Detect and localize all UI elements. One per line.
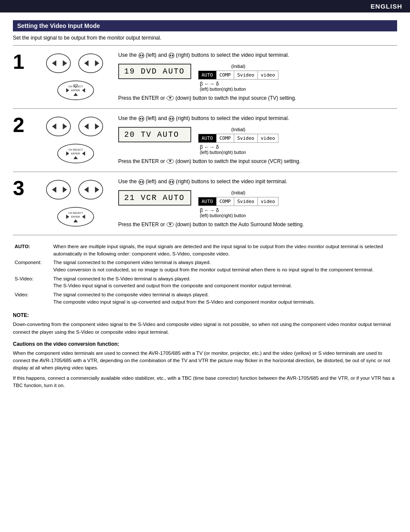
ch-select-icon-2: CH SELECT ENTER xyxy=(54,142,97,166)
sel-auto-2[interactable]: AUTO xyxy=(199,134,217,142)
svg-marker-10 xyxy=(66,88,69,92)
sel-comp-1[interactable]: COMP xyxy=(217,71,235,79)
selector-area-3: (Initial) AUTO COMP Svideo video β ← → δ xyxy=(198,190,278,218)
svg-marker-42 xyxy=(52,187,56,193)
sel-auto-3[interactable]: AUTO xyxy=(199,197,217,206)
left-btn-label-3: (left) button xyxy=(200,213,222,218)
selector-buttons-3: AUTO COMP Svideo video xyxy=(198,197,278,206)
lcd-display-3: 21 VCR AUTO xyxy=(118,190,191,206)
arrow-row-3: β ← → δ xyxy=(198,207,220,213)
svg-marker-52 xyxy=(82,215,85,219)
note-text-auto: When there are multiple input signals, t… xyxy=(52,242,397,258)
sel-video-2[interactable]: video xyxy=(258,134,278,142)
page-content: Setting the Video Input Mode Set the inp… xyxy=(0,12,410,397)
header-title: ENGLISH xyxy=(370,3,402,10)
header-bar: ENGLISH xyxy=(0,0,410,12)
notes-section: AUTO: When there are multiple input sign… xyxy=(13,242,397,389)
selector-area-2: (Initial) AUTO COMP Svideo video β ← → δ xyxy=(198,127,278,155)
svg-marker-2 xyxy=(63,60,67,66)
svg-marker-46 xyxy=(95,187,99,193)
svg-marker-4 xyxy=(84,60,89,66)
svg-marker-9 xyxy=(73,93,78,96)
sel-auto-1[interactable]: AUTO xyxy=(199,71,217,79)
svg-marker-14 xyxy=(139,54,141,57)
svg-marker-54 xyxy=(139,181,141,183)
right-btn-label-1: (right) button xyxy=(222,87,246,92)
svg-marker-5 xyxy=(95,60,99,66)
svg-text:ENTER: ENTER xyxy=(71,152,80,155)
svg-marker-15 xyxy=(142,54,144,57)
step-row-1: 1 CH SELECT ENTER xyxy=(13,46,397,109)
press-instruction-2: Press the ENTER or (down) button to swit… xyxy=(118,158,397,165)
svg-marker-58 xyxy=(172,181,174,183)
note-text-svideo: The signal connected to the S-Video term… xyxy=(52,274,397,290)
note-label-svideo: S-Video: xyxy=(13,274,52,290)
arrow-buttons-icon-3 xyxy=(43,178,108,202)
left-btn-icon-1 xyxy=(138,52,144,58)
svg-marker-45 xyxy=(84,187,89,193)
sel-video-1[interactable]: video xyxy=(258,71,278,79)
caution-text-2: If this happens, connect a commercially … xyxy=(13,375,397,390)
svg-text:CH SELECT: CH SELECT xyxy=(68,148,83,151)
press-instruction-3: Press the ENTER or (down) button to swit… xyxy=(118,221,397,228)
arrow-row-1: β ← → δ xyxy=(198,81,220,87)
note-text-video: The signal connected to the composite vi… xyxy=(52,290,397,306)
svg-marker-55 xyxy=(142,181,144,183)
left-arrow-3: β ← xyxy=(200,207,209,213)
caution-heading: Cautions on the video conversion functio… xyxy=(13,340,397,348)
down-btn-icon-2 xyxy=(166,158,174,164)
svg-marker-60 xyxy=(169,224,172,226)
initial-label-3: (Initial) xyxy=(198,190,278,195)
sel-comp-3[interactable]: COMP xyxy=(217,197,235,206)
right-btn-icon-2 xyxy=(168,116,174,122)
sel-svideo-3[interactable]: Svideo xyxy=(234,197,258,206)
note-text: Down-converting from the component video… xyxy=(13,321,397,336)
display-area-1: 19 DVD AUTO (Initial) AUTO COMP Svideo v… xyxy=(118,64,397,92)
steps-container: 1 CH SELECT ENTER xyxy=(13,45,397,235)
svg-marker-20 xyxy=(169,97,172,99)
caution-text-1: When the component video terminals are u… xyxy=(13,350,397,372)
sel-comp-2[interactable]: COMP xyxy=(217,134,235,142)
down-btn-icon-1 xyxy=(166,95,174,101)
step-instruction-2: Use the (left) and (right) buttons to se… xyxy=(118,115,397,123)
note-row-svideo: S-Video: The signal connected to the S-V… xyxy=(13,274,397,290)
step-row-3: 3 CH SELECT ENTER xyxy=(13,172,397,235)
arrow-row-2: β ← → δ xyxy=(198,144,220,150)
step-content-1: Use the (left) and (right) buttons to se… xyxy=(118,52,397,101)
step-content-3: Use the (left) and (right) buttons to se… xyxy=(118,178,397,228)
note-label-component: Component: xyxy=(13,258,52,274)
svg-marker-57 xyxy=(169,181,171,183)
step-instruction-3: Use the (left) and (right) buttons to se… xyxy=(118,178,397,186)
lcd-display-2: 20 TV AUTO xyxy=(118,127,191,142)
sel-video-3[interactable]: video xyxy=(258,197,278,206)
display-area-2: 20 TV AUTO (Initial) AUTO COMP Svideo vi… xyxy=(118,127,397,155)
selector-area-1: (Initial) AUTO COMP Svideo video β ← → δ xyxy=(198,64,278,92)
svg-text:ENTER: ENTER xyxy=(71,215,80,218)
sel-svideo-2[interactable]: Svideo xyxy=(234,134,258,142)
section-title: Setting the Video Input Mode xyxy=(13,20,397,31)
lcd-display-1: 19 DVD AUTO xyxy=(118,64,191,79)
svg-marker-25 xyxy=(84,123,89,129)
step-number-2: 2 xyxy=(13,115,34,135)
step-instruction-1: Use the (left) and (right) buttons to se… xyxy=(118,52,397,59)
step-images-3: CH SELECT ENTER xyxy=(38,178,113,229)
right-arrow-1: → δ xyxy=(209,81,219,87)
ch-select-icon-1: CH SELECT ENTER xyxy=(54,79,97,102)
left-btn-icon-3 xyxy=(138,179,144,185)
right-arrow-3: → δ xyxy=(209,207,219,213)
svg-marker-30 xyxy=(73,156,78,159)
svg-marker-37 xyxy=(169,117,171,120)
display-area-3: 21 VCR AUTO (Initial) AUTO COMP Svideo v… xyxy=(118,190,397,218)
ch-select-icon-3: CH SELECT ENTER xyxy=(54,205,97,229)
right-btn-label-3: (right) button xyxy=(222,213,246,218)
svg-marker-38 xyxy=(172,117,174,120)
svg-marker-35 xyxy=(142,117,144,120)
svg-marker-34 xyxy=(139,117,141,120)
svg-text:ENTER: ENTER xyxy=(71,89,80,92)
svg-marker-23 xyxy=(63,123,67,129)
sel-svideo-1[interactable]: Svideo xyxy=(234,71,258,79)
notes-table: AUTO: When there are multiple input sign… xyxy=(13,242,397,306)
svg-marker-32 xyxy=(82,151,85,156)
svg-marker-17 xyxy=(169,54,171,57)
arrow-labels-1: (left) button (right) button xyxy=(198,87,248,92)
